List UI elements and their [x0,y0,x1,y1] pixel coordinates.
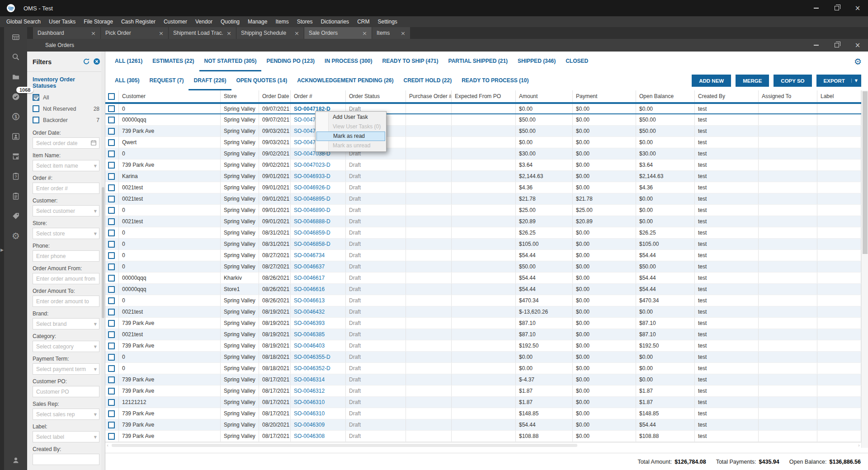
table-row[interactable]: 0021testSpring Valley09/01/2021SO-004689… [105,193,861,205]
select-all-checkbox[interactable] [108,93,115,100]
row-checkbox[interactable] [108,139,115,146]
table-row[interactable]: 739 Park AveSpring Valley08/17/2021SO-00… [105,385,861,397]
filter-input[interactable] [33,273,99,284]
menu-item-crm[interactable]: CRM [353,16,373,27]
sub-tab-credit-hold-22-[interactable]: CREDIT HOLD (22) [399,71,457,90]
header-label[interactable]: Label [817,90,861,102]
settings-gear-icon[interactable]: ⚙ [10,230,22,241]
order-clipboard-icon[interactable] [10,191,22,202]
row-checkbox[interactable] [108,117,115,123]
h-scroll-thumb[interactable] [112,444,577,447]
row-checkbox[interactable] [108,196,115,202]
status-tab-partial-shipped-21-[interactable]: PARTIAL SHIPPED (21) [443,52,513,71]
row-checkbox[interactable] [108,105,115,112]
chevron-down-icon[interactable]: ▼ [94,209,97,213]
sub-tab-acknowledgement-pending-26-[interactable]: ACKNOWLEDGEMENT PENDING (26) [292,71,398,90]
row-checkbox[interactable] [108,252,115,259]
order-number-link[interactable]: SO-0046858-D [294,241,330,247]
menu-item-global-search[interactable]: Global Search [2,16,45,27]
status-tab-all-1261-[interactable]: ALL (1261) [110,52,147,71]
order-number-link[interactable]: SO-0046314 [294,376,325,383]
order-number-link[interactable]: SO-0046310 [294,410,325,417]
filter-input[interactable] [33,160,99,171]
table-row[interactable]: 00000qqqSpring Valley09/07/2021SO-004714… [105,114,861,126]
chevron-down-icon[interactable]: ▼ [94,164,97,168]
status-tab-not-started-305-[interactable]: NOT STARTED (305) [199,52,262,71]
tab-close-icon[interactable]: × [87,30,96,36]
chevron-down-icon[interactable]: ▼ [94,322,97,326]
pick-order-icon[interactable]: ? [10,171,22,182]
table-row[interactable]: 0Spring Valley08/27/2021SO-0046637Draft$… [105,261,861,273]
menu-item-settings[interactable]: Settings [373,16,401,27]
table-row[interactable]: 0Spring Valley08/18/2021SO-0046352-DDraf… [105,363,861,374]
header-purchase_order[interactable]: Purchase Order # [406,90,452,102]
filter-input[interactable] [33,138,99,148]
scroll-left-icon[interactable]: ‹ [107,442,108,448]
filter-input[interactable] [33,341,99,352]
sub-tab-all-305-[interactable]: ALL (305) [110,71,144,90]
order-number-link[interactable]: SO-0046312 [294,388,325,394]
row-checkbox[interactable] [108,376,115,383]
filter-input[interactable] [33,296,99,306]
filter-input[interactable] [33,319,99,329]
row-checkbox[interactable] [108,309,115,315]
row-checkbox[interactable] [108,173,115,180]
chevron-down-icon[interactable]: ▼ [94,412,97,416]
row-checkbox[interactable] [108,365,115,372]
tab-close-icon[interactable]: × [359,30,367,36]
order-number-link[interactable]: SO-0046385 [294,331,325,338]
tab-pick-order[interactable]: Pick Order× [101,27,168,39]
order-number-link[interactable]: SO-0046734 [294,252,325,258]
order-number-link[interactable]: SO-0047023-D [294,162,330,168]
header-open_balance[interactable]: Open Balance [636,90,695,102]
menu-item-dictionaries[interactable]: Dictionaries [316,16,353,27]
order-number-link[interactable]: SO-0046432 [294,309,325,315]
sub-tab-ready-to-process-10-[interactable]: READY TO PROCESS (10) [457,71,533,90]
flyout-arrow-icon[interactable]: ▶ [0,248,4,252]
menu-item-stores[interactable]: Stores [293,16,317,27]
customer-icon[interactable] [10,131,22,142]
status-tab-closed[interactable]: CLOSED [561,52,593,71]
horizontal-scrollbar[interactable]: ‹ › [105,442,861,448]
row-checkbox[interactable] [108,275,115,282]
order-number-link[interactable]: SO-0046895-D [294,196,330,202]
table-row[interactable]: 0021testSpring Valley09/01/2021SO-004688… [105,216,861,227]
menu-item-quoting[interactable]: Quoting [217,16,244,27]
filter-input[interactable] [33,206,99,216]
header-store[interactable]: Store [221,90,259,102]
tab-sale-orders[interactable]: Sale Orders× [304,27,372,39]
tab-shipping-schedule[interactable]: Shipping Schedule× [236,27,304,39]
table-row[interactable]: 0Spring Valley08/26/2021SO-0046613Draft$… [105,295,861,306]
v-scroll-thumb[interactable] [863,91,868,254]
checkbox-all[interactable] [33,94,39,101]
grid-settings-gear-icon[interactable]: ⚙ [854,56,862,66]
chevron-down-icon[interactable]: ▼ [94,435,97,439]
status-tab-shipped-346-[interactable]: SHIPPED (346) [513,52,561,71]
status-tab-estimates-22-[interactable]: ESTIMATES (22) [147,52,199,71]
tab-close-icon[interactable]: × [291,30,299,36]
menu-item-cash-register[interactable]: Cash Register [117,16,160,27]
tab-dashboard[interactable]: Dashboard× [33,27,100,39]
order-number-link[interactable]: SO-0046309 [294,422,325,428]
context-menu-item-add-user-task[interactable]: Add User Task [316,113,385,122]
header-created_by[interactable]: Created By [695,90,759,102]
row-checkbox[interactable] [108,399,115,406]
row-checkbox[interactable] [108,331,115,338]
row-checkbox[interactable] [108,218,115,225]
filter-input[interactable] [33,228,99,239]
global-search-icon[interactable] [10,52,22,62]
row-checkbox[interactable] [108,230,115,236]
order-number-link[interactable]: SO-0046933-D [294,173,330,179]
checkbox-not-reserved[interactable] [33,105,39,112]
menu-item-customer[interactable]: Customer [160,16,191,27]
table-row[interactable]: 0Spring Valley08/31/2021SO-0046858-DDraf… [105,239,861,250]
header-assigned_to[interactable]: Assigned To [759,90,817,102]
table-row[interactable]: 739 Park AveSpring Valley09/03/2021SO-00… [105,126,861,137]
order-number-link[interactable]: SO-0046859-D [294,230,330,236]
restore-button[interactable] [826,0,847,16]
row-checkbox[interactable] [108,422,115,428]
table-row[interactable]: 0021testSpring Valley08/19/2021SO-004643… [105,306,861,318]
table-row[interactable]: 0Spring Valley09/07/2021SO-0047182-DDraf… [105,103,861,114]
order-number-link[interactable]: SO-0046616 [294,286,325,292]
filter-input[interactable] [33,364,99,374]
